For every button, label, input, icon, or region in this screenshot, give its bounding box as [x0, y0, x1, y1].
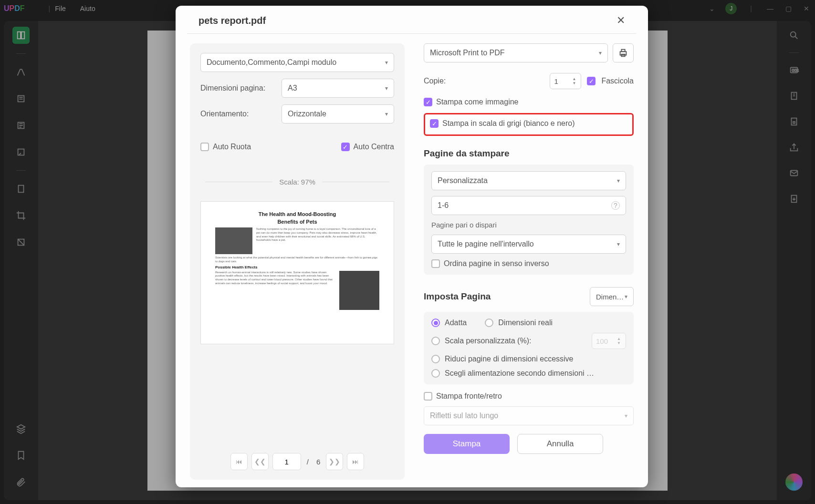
- page-size-select[interactable]: A3: [282, 79, 394, 98]
- spinner-down-icon[interactable]: ▼: [617, 341, 624, 345]
- copies-label: Copie:: [424, 77, 446, 85]
- collate-label: Fascicola: [601, 77, 634, 85]
- fit-radio[interactable]: [431, 319, 440, 327]
- page-number-input[interactable]: [272, 453, 301, 470]
- print-dialog: pets report.pdf ✕ Documento,Commento,Cam…: [176, 6, 648, 487]
- duplex-checkbox[interactable]: [424, 392, 432, 401]
- choose-source-radio[interactable]: [431, 369, 440, 378]
- choose-source-label: Scegli alimentazione secondo dimensioni …: [445, 369, 594, 378]
- reduce-oversized-label: Riduci pagine di dimensioni eccessive: [445, 355, 573, 363]
- page-total: 6: [314, 458, 322, 466]
- custom-scale-spinner[interactable]: 100 ▲▼: [592, 333, 626, 349]
- svg-rect-16: [621, 50, 625, 52]
- scale-label: Scala:: [279, 178, 299, 186]
- auto-rotate-label: Auto Ruota: [213, 143, 251, 151]
- reduce-oversized-radio[interactable]: [431, 355, 440, 363]
- print-as-image-checkbox[interactable]: ✓: [424, 98, 432, 106]
- auto-center-label: Auto Centra: [354, 143, 394, 151]
- orientation-label: Orientamento:: [200, 110, 282, 118]
- preview-title: The Health and Mood-Boosting: [215, 211, 379, 217]
- fit-label: Adatta: [445, 319, 467, 327]
- custom-scale-radio[interactable]: [431, 337, 440, 345]
- odd-even-label: Pagine pari o dispari: [431, 221, 626, 229]
- actual-size-radio[interactable]: [485, 319, 493, 327]
- preview-image: [339, 271, 379, 310]
- first-page-button[interactable]: ⏮: [230, 453, 248, 470]
- page-range-type-select[interactable]: Personalizzata: [431, 171, 626, 190]
- cancel-button[interactable]: Annulla: [517, 434, 603, 454]
- actual-size-label: Dimensioni reali: [498, 319, 553, 327]
- content-type-select[interactable]: Documento,Commento,Campi modulo: [200, 53, 394, 72]
- last-page-button[interactable]: ⏭: [347, 453, 364, 470]
- grayscale-label: Stampa in scala di grigi (bianco e nero): [442, 119, 575, 128]
- preview-image: [215, 227, 252, 254]
- print-button[interactable]: Stampa: [424, 434, 510, 454]
- pages-section-title: Pagine da stampare: [424, 148, 634, 159]
- preview-text: Research on human-animal interactions is…: [215, 271, 335, 310]
- prev-page-button[interactable]: ❮❮: [251, 453, 269, 470]
- scale-value: 97%: [301, 178, 315, 186]
- reverse-order-checkbox[interactable]: [431, 259, 440, 268]
- page-setup-mode-select[interactable]: Dimen…: [590, 287, 634, 306]
- preview-text: Scientists are looking at what the poten…: [215, 256, 379, 264]
- preview-text: Nothing compares to the joy of coming ho…: [256, 227, 379, 254]
- spinner-up-icon[interactable]: ▲: [572, 77, 579, 81]
- page-size-label: Dimensioni pagina:: [200, 84, 282, 93]
- spinner-up-icon[interactable]: ▲: [617, 337, 624, 341]
- reverse-order-label: Ordina pagine in senso inverso: [444, 259, 549, 268]
- grayscale-checkbox[interactable]: ✓: [430, 119, 439, 128]
- print-as-image-label: Stampa come immagine: [436, 98, 519, 106]
- next-page-button[interactable]: ❯❯: [326, 453, 343, 470]
- printer-properties-button[interactable]: [613, 43, 634, 62]
- orientation-select[interactable]: Orizzontale: [282, 104, 394, 123]
- print-preview: The Health and Mood-Boosting Benefits of…: [200, 201, 394, 344]
- preview-heading: Possible Health Effects: [215, 265, 379, 269]
- page-setup-title: Imposta Pagina: [424, 291, 491, 302]
- highlighted-option: ✓ Stampa in scala di grigi (bianco e ner…: [424, 113, 634, 136]
- copies-spinner[interactable]: 1 ▲▼: [550, 73, 581, 89]
- printer-select[interactable]: Microsoft Print to PDF: [424, 43, 608, 62]
- custom-scale-label: Scala personalizzata (%):: [445, 337, 531, 345]
- preview-subtitle: Benefits of Pets: [215, 219, 379, 225]
- dialog-title: pets report.pdf: [199, 15, 266, 26]
- close-icon[interactable]: ✕: [616, 14, 625, 27]
- duplex-label: Stampa fronte/retro: [436, 392, 502, 401]
- auto-center-checkbox[interactable]: ✓: [341, 143, 350, 151]
- auto-rotate-checkbox[interactable]: [200, 143, 209, 151]
- odd-even-select[interactable]: Tutte le pagine nell'intervallo: [431, 235, 626, 254]
- page-separator: /: [305, 458, 311, 466]
- flip-select: Rifletti sul lato lungo: [424, 406, 634, 425]
- info-icon[interactable]: ?: [611, 201, 620, 210]
- spinner-down-icon[interactable]: ▼: [572, 81, 579, 85]
- collate-checkbox[interactable]: ✓: [587, 77, 596, 85]
- page-range-input[interactable]: 1-6 ?: [431, 196, 626, 215]
